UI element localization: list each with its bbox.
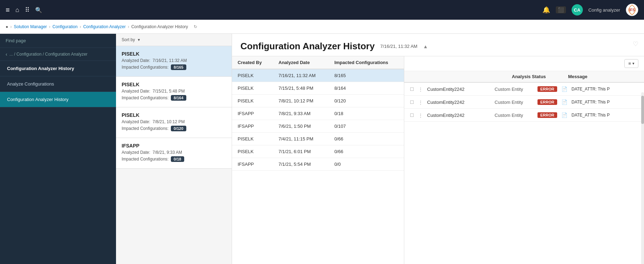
cell-created-by: IFSAPP	[232, 107, 273, 120]
list-item-meta: Impacted Configurations: 0/18	[122, 156, 226, 162]
sort-by-label: Sort by	[122, 37, 135, 42]
cell-impacted: 0/66	[329, 133, 404, 145]
sidebar-item-analyze-configurations[interactable]: Analyze Configurations	[0, 76, 116, 92]
sidebar: Find page ‹ ... / Configuration / Config…	[0, 34, 116, 264]
list-item[interactable]: PISELK Analyzed Date: 7/16/21, 11:32 AM …	[116, 46, 232, 77]
details-rows: ☐ ⋮ CustomEntity2242 Custom Entity ERROR…	[404, 83, 644, 264]
sidebar-back-nav[interactable]: ‹ ... / Configuration / Configuration An…	[0, 48, 116, 61]
checkbox-icon[interactable]: ☐	[410, 113, 414, 118]
list-item[interactable]: IFSAPP Analyzed Date: 7/8/21, 9:33 AM Im…	[116, 138, 232, 169]
details-menu-button[interactable]: ≡ ▾	[624, 59, 638, 68]
detail-doc-icon[interactable]: 📄	[561, 112, 567, 118]
list-item-meta: Impacted Configurations: 8/165	[122, 64, 226, 70]
table-row[interactable]: PISELK 7/4/21, 11:15 PM 0/66	[232, 133, 404, 145]
cell-analyzed-date: 7/16/21, 11:32 AM	[273, 69, 329, 82]
list-item[interactable]: PISELK Analyzed Date: 7/8/21, 10:12 PM I…	[116, 107, 232, 138]
cell-created-by: PISELK	[232, 145, 273, 158]
list-item-badge: 0/18	[171, 156, 184, 162]
details-toolbar: ≡ ▾	[404, 56, 644, 71]
list-panel-header: Sort by ▾	[116, 34, 232, 46]
cell-analyzed-date: 7/4/21, 11:15 PM	[273, 133, 329, 145]
detail-entity-name: CustomEntity2242	[427, 100, 490, 105]
details-row[interactable]: ☐ ⋮ CustomEntity2242 Custom Entity ERROR…	[404, 96, 644, 109]
row-ellipsis-icon[interactable]: ⋮	[418, 87, 423, 92]
table-row[interactable]: PISELK 7/15/21, 5:48 PM 8/164	[232, 82, 404, 95]
details-col-message: Message	[568, 74, 638, 79]
content-header: Configuration Analyzer History 7/16/21, …	[232, 34, 644, 56]
breadcrumb-sep: ›	[10, 24, 12, 29]
list-items: PISELK Analyzed Date: 7/16/21, 11:32 AM …	[116, 46, 232, 264]
cell-analyzed-date: 7/1/21, 6:01 PM	[273, 145, 329, 158]
cell-analyzed-date: 7/8/21, 9:33 AM	[273, 107, 329, 120]
row-ellipsis-icon[interactable]: ⋮	[418, 113, 423, 118]
breadcrumb-configuration-analyzer[interactable]: Configuration Analyzer	[83, 24, 126, 29]
breadcrumb-current: Configuration Analyzer History	[131, 24, 188, 29]
content-timestamp: 7/16/21, 11:32 AM	[380, 44, 418, 49]
table-row[interactable]: IFSAPP 7/6/21, 1:50 PM 0/107	[232, 120, 404, 133]
table-row[interactable]: PISELK 7/1/21, 6:01 PM 0/66	[232, 145, 404, 158]
list-item-meta: Analyzed Date: 7/8/21, 9:33 AM	[122, 150, 226, 155]
breadcrumb-configuration[interactable]: Configuration	[52, 24, 77, 29]
cell-created-by: PISELK	[232, 69, 273, 82]
main-layout: Find page ‹ ... / Configuration / Config…	[0, 34, 644, 264]
bell-icon[interactable]: 🔔	[542, 6, 550, 14]
col-created-by: Created By	[232, 56, 273, 69]
detail-message: DATE_ATTR: This P	[572, 87, 610, 92]
heart-icon[interactable]: ♡	[633, 40, 638, 48]
detail-entity-type: Custom Entity	[495, 100, 533, 105]
checkbox-icon[interactable]: ☐	[410, 100, 414, 105]
table-row[interactable]: IFSAPP 7/8/21, 9:33 AM 0/18	[232, 107, 404, 120]
details-row[interactable]: ☐ ⋮ CustomEntity2242 Custom Entity ERROR…	[404, 83, 644, 96]
table-row[interactable]: PISELK 7/8/21, 10:12 PM 0/120	[232, 95, 404, 107]
hamburger-icon[interactable]: ≡	[6, 6, 10, 14]
username-label: Config analyzer	[588, 7, 620, 13]
cell-created-by: IFSAPP	[232, 158, 273, 171]
detail-entity-name: CustomEntity2242	[427, 87, 490, 92]
detail-entity-name: CustomEntity2242	[427, 113, 490, 118]
cell-analyzed-date: 7/6/21, 1:50 PM	[273, 120, 329, 133]
cell-analyzed-date: 7/15/21, 5:48 PM	[273, 82, 329, 95]
breadcrumb: ● › Solution Manager › Configuration › C…	[0, 20, 644, 34]
detail-doc-icon[interactable]: 📄	[561, 99, 567, 105]
table-row[interactable]: IFSAPP 7/1/21, 5:54 PM 0/0	[232, 158, 404, 171]
table-row[interactable]: PISELK 7/16/21, 11:32 AM 8/165	[232, 69, 404, 82]
list-item-title: PISELK	[122, 51, 226, 57]
cell-created-by: PISELK	[232, 95, 273, 107]
detail-message: DATE_ATTR: This P	[572, 100, 610, 105]
grid-icon[interactable]: ⠿	[25, 6, 30, 14]
list-item[interactable]: PISELK Analyzed Date: 7/15/21, 5:48 PM I…	[116, 77, 232, 107]
sidebar-item-config-analyzer-history[interactable]: Configuration Analyzer History	[0, 92, 116, 107]
row-ellipsis-icon[interactable]: ⋮	[418, 100, 423, 105]
col-analyzed-date: Analyzed Date	[273, 56, 329, 69]
col-impacted: Impacted Configurations	[329, 56, 404, 69]
sidebar-item-config-analyzer-history-header[interactable]: Configuration Analyzer History	[0, 61, 116, 76]
cell-impacted: 0/0	[329, 158, 404, 171]
details-panel: ≡ ▾ Analysis Status Message ☐ ⋮ CustomEn…	[404, 56, 644, 264]
history-table-scroll[interactable]: Created By Analyzed Date Impacted Config…	[232, 56, 404, 264]
sort-by-chevron-icon[interactable]: ▾	[138, 37, 140, 42]
checkbox-icon[interactable]: ☐	[410, 87, 414, 92]
details-row[interactable]: ☐ ⋮ CustomEntity2242 Custom Entity ERROR…	[404, 109, 644, 122]
list-item-title: PISELK	[122, 112, 226, 118]
breadcrumb-solution-manager[interactable]: Solution Manager	[14, 24, 47, 29]
refresh-icon[interactable]: ↻	[194, 24, 197, 29]
content-body: Created By Analyzed Date Impacted Config…	[232, 56, 644, 264]
cell-analyzed-date: 7/8/21, 10:12 PM	[273, 95, 329, 107]
monitor-icon[interactable]: ⬛	[556, 6, 566, 13]
detail-entity-type: Custom Entity	[495, 113, 533, 118]
avatar[interactable]: CA	[572, 4, 583, 15]
history-table: Created By Analyzed Date Impacted Config…	[232, 56, 404, 171]
search-icon[interactable]: 🔍	[35, 7, 42, 13]
breadcrumb-dot: ●	[6, 24, 8, 29]
topbar: ≡ ⌂ ⠿ 🔍 🔔 ⬛ CA Config analyzer IFS	[0, 0, 644, 20]
list-panel: Sort by ▾ PISELK Analyzed Date: 7/16/21,…	[116, 34, 232, 264]
cell-created-by: PISELK	[232, 133, 273, 145]
sidebar-nav: Configuration Analyzer History Analyze C…	[0, 61, 116, 107]
collapse-icon[interactable]: ▲	[423, 44, 428, 49]
cell-impacted: 0/107	[329, 120, 404, 133]
home-icon[interactable]: ⌂	[15, 6, 19, 14]
list-item-meta: Analyzed Date: 7/16/21, 11:32 AM	[122, 58, 226, 63]
status-badge: ERROR	[537, 112, 557, 118]
detail-doc-icon[interactable]: 📄	[561, 86, 567, 92]
sidebar-back-label: ... / Configuration / Configuration Anal…	[9, 52, 88, 57]
